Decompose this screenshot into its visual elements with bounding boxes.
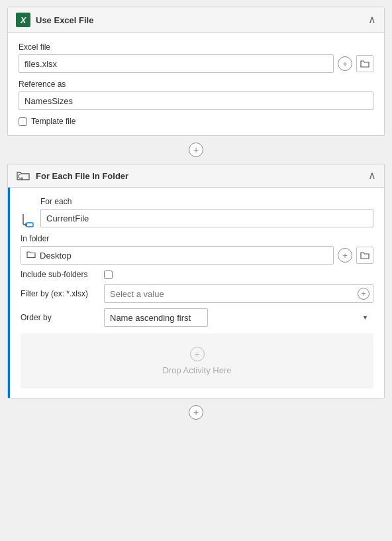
excel-logo-icon: X <box>16 13 30 27</box>
include-subfolders-label: Include sub-folders <box>21 270 100 279</box>
desktop-folder-icon <box>26 250 36 261</box>
excel-file-browse-button[interactable] <box>356 55 373 72</box>
template-file-row: Template file <box>19 117 373 126</box>
template-file-checkbox[interactable] <box>19 117 27 126</box>
order-by-select[interactable]: Name ascending first <box>104 308 208 327</box>
reference-as-input[interactable] <box>19 91 373 110</box>
filter-by-input[interactable] <box>104 284 373 303</box>
for-each-loop-row: For each <box>21 197 373 227</box>
collapse-use-excel-button[interactable]: ∧ <box>368 15 376 25</box>
add-activity-button-2[interactable]: + <box>189 405 203 420</box>
in-folder-input-row: Desktop + <box>21 246 373 265</box>
for-each-header: For Each File In Folder ∧ <box>8 164 384 188</box>
order-by-select-wrapper: Name ascending first <box>104 308 373 327</box>
add-activity-button-1[interactable]: + <box>189 143 203 157</box>
for-each-title: For Each File In Folder <box>36 171 128 181</box>
header-left: X Use Excel File <box>16 13 93 27</box>
excel-file-row: + <box>19 54 373 73</box>
in-folder-plus-button[interactable]: + <box>338 248 352 263</box>
include-subfolders-row: Include sub-folders <box>21 270 373 279</box>
use-excel-file-header: X Use Excel File ∧ <box>8 7 384 33</box>
filter-by-row: Filter by (ex: *.xlsx) + <box>21 284 373 303</box>
for-each-label: For each <box>40 197 373 206</box>
reference-as-label: Reference as <box>19 80 373 89</box>
folder-browse-icon <box>360 251 369 259</box>
in-folder-browse-button[interactable] <box>356 247 373 264</box>
loop-inner: For each <box>40 197 373 227</box>
filter-by-label: Filter by (ex: *.xlsx) <box>21 289 100 298</box>
use-excel-file-title: Use Excel File <box>36 15 93 25</box>
plus-connector-1: + <box>7 136 385 164</box>
in-folder-section: In folder Desktop + <box>21 234 373 265</box>
use-excel-file-body: Excel file + Reference as Template file <box>8 33 384 135</box>
in-folder-value: Desktop <box>40 251 72 261</box>
drop-activity-zone: + Drop Activity Here <box>21 333 373 389</box>
excel-file-input[interactable] <box>19 54 334 73</box>
for-each-file-in-folder-card: For Each File In Folder ∧ For each <box>7 164 385 398</box>
collapse-for-each-button[interactable]: ∧ <box>368 170 376 181</box>
reference-as-row <box>19 91 373 110</box>
use-excel-file-card: X Use Excel File ∧ Excel file + Referenc… <box>7 7 385 136</box>
filter-by-plus-button[interactable]: + <box>358 288 369 300</box>
order-by-row: Order by Name ascending first <box>21 308 373 327</box>
folder-loop-icon <box>16 170 30 182</box>
order-by-label: Order by <box>21 313 100 322</box>
loop-arrow-icon <box>21 211 35 227</box>
in-folder-label: In folder <box>21 234 373 243</box>
filter-by-input-wrapper: + <box>104 284 373 303</box>
for-each-body: For each In folder Desktop <box>8 188 384 398</box>
plus-connector-2: + <box>7 398 385 426</box>
drop-activity-label: Drop Activity Here <box>162 365 231 375</box>
folder-icon <box>360 60 369 68</box>
include-subfolders-checkbox[interactable] <box>104 270 113 279</box>
template-file-label: Template file <box>31 117 75 126</box>
svg-rect-0 <box>26 223 33 227</box>
for-each-header-left: For Each File In Folder <box>16 170 128 182</box>
drop-zone-plus-icon: + <box>190 347 205 361</box>
excel-file-plus-button[interactable]: + <box>338 56 352 71</box>
in-folder-input[interactable]: Desktop <box>21 246 334 265</box>
for-each-value-input[interactable] <box>40 209 373 227</box>
excel-file-label: Excel file <box>19 42 373 52</box>
